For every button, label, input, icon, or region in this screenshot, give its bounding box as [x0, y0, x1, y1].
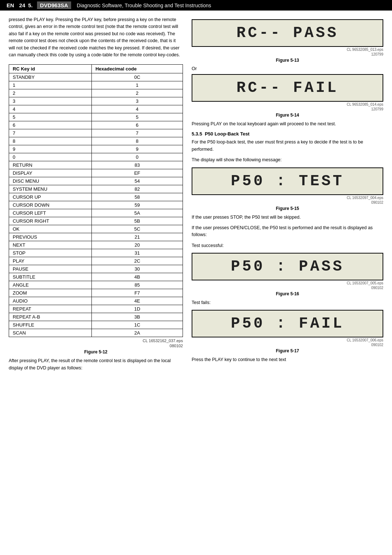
table-row: SHUFFLE1C: [9, 321, 183, 329]
table-row: NEXT20: [9, 241, 183, 249]
subsection-title-text: P50 Loop-Back Test: [205, 131, 249, 137]
lcd-p50-pass-text: P50 : PASS: [231, 258, 344, 275]
table-cell-key: PLAY: [9, 257, 92, 265]
figure-15-label: Figure 5-15: [192, 206, 383, 211]
table-cell-hex: 2A: [91, 329, 183, 337]
table-cell-hex: 2C: [91, 257, 183, 265]
table-row: 44: [9, 105, 183, 113]
table-row: CURSOR UP58: [9, 193, 183, 201]
lcd-pass-caption1: CL 96532085_013.eps: [192, 48, 383, 52]
table-row: CURSOR RIGHT5B: [9, 217, 183, 225]
table-row: RETURN83: [9, 161, 183, 169]
lcd-p50-fail-caption2: 090102: [192, 343, 383, 347]
lcd-p50-pass-caption1: CL 16532007_005.eps: [192, 281, 383, 285]
table-cell-hex: 0C: [91, 73, 183, 81]
table-cell-key: 7: [9, 129, 92, 137]
table-cell-hex: 83: [91, 161, 183, 169]
skip-text: If the user presses STOP, the P50 test w…: [192, 214, 383, 221]
table-row: OK5C: [9, 225, 183, 233]
table-row: PREVIOUS21: [9, 233, 183, 241]
table-cell-key: NEXT: [9, 241, 92, 249]
table-row: DISPLAYEF: [9, 169, 183, 177]
figure-14-label: Figure 5-14: [192, 113, 383, 118]
bottom-left-text: After pressing PLAY, the result of the r…: [9, 357, 183, 372]
table-cell-hex: 31: [91, 249, 183, 257]
table-header-key: RC Key id: [9, 65, 92, 73]
table-cell-hex: 4: [91, 105, 183, 113]
table-cell-hex: EF: [91, 169, 183, 177]
table-cell-key: STANDBY: [9, 73, 92, 81]
table-row: PLAY2C: [9, 257, 183, 265]
table-row: 66: [9, 121, 183, 129]
table-cell-hex: 0: [91, 153, 183, 161]
page-header: EN 24 5. DVD963SA Diagnostic Software, T…: [0, 0, 392, 11]
lcd-rc-pass: RC-- PASS: [192, 19, 383, 47]
table-cell-key: REPEAT A-B: [9, 313, 92, 321]
lcd-test-caption2: 090102: [192, 200, 383, 204]
header-title: Diagnostic Software, Trouble Shooting an…: [77, 3, 211, 8]
table-row: REPEAT1D: [9, 305, 183, 313]
table-row: STOP31: [9, 249, 183, 257]
main-content: pressed the PLAY key. Pressing the PLAY …: [0, 11, 392, 383]
table-cell-hex: 1D: [91, 305, 183, 313]
table-cell-key: 1: [9, 81, 92, 89]
table-row: 99: [9, 145, 183, 153]
lcd-fail-caption1: CL 96532085_014.eps: [192, 102, 383, 106]
table-cell-hex: 2: [91, 89, 183, 97]
table-cell-key: CURSOR DOWN: [9, 201, 92, 209]
table-cell-hex: 4E: [91, 297, 183, 305]
table-row: 22: [9, 89, 183, 97]
table-cell-hex: 3: [91, 97, 183, 105]
table-cell-key: CURSOR UP: [9, 193, 92, 201]
table-cell-key: SYSTEM MENU: [9, 185, 92, 193]
table-cell-hex: 5C: [91, 225, 183, 233]
table-cell-hex: 9: [91, 145, 183, 153]
table-cell-key: SCAN: [9, 329, 92, 337]
table-row: ZOOMF7: [9, 289, 183, 297]
table-caption-1: CL 16532162_037.eps: [9, 339, 183, 343]
test-fails-label: Test fails:: [192, 299, 383, 306]
lcd-p50-fail-caption1: CL 16532007_006.eps: [192, 338, 383, 342]
header-en: EN: [4, 1, 16, 9]
lcd-p50-test: P50 : TEST: [192, 167, 383, 195]
table-cell-key: CURSOR RIGHT: [9, 217, 92, 225]
table-row: 11: [9, 81, 183, 89]
table-cell-hex: 5A: [91, 209, 183, 217]
table-cell-hex: 1C: [91, 321, 183, 329]
table-cell-key: PAUSE: [9, 265, 92, 273]
left-column: pressed the PLAY key. Pressing the PLAY …: [9, 16, 183, 377]
lcd-p50-fail-text: P50 : FAIL: [231, 315, 344, 332]
subsection-number: 5.3.5: [192, 131, 202, 137]
table-cell-hex: 21: [91, 233, 183, 241]
table-header-hex: Hexadecimal code: [91, 65, 183, 73]
lcd-rc-fail: RC-- FAIL: [192, 74, 383, 102]
lcd-fail-caption2: 120799: [192, 107, 383, 111]
table-row: STANDBY0C: [9, 73, 183, 81]
table-row: PAUSE30: [9, 265, 183, 273]
table-cell-key: 9: [9, 145, 92, 153]
lcd-p50-test-text: P50 : TEST: [231, 173, 344, 190]
p50-intro: For the P50 loop-back test, the user mus…: [192, 139, 383, 153]
open-text: If the user presses OPEN/CLOSE, the P50 …: [192, 224, 383, 239]
table-cell-hex: 30: [91, 265, 183, 273]
table-cell-hex: 8: [91, 137, 183, 145]
table-row: 88: [9, 137, 183, 145]
table-row: CURSOR DOWN59: [9, 201, 183, 209]
lcd-pass-caption2: 120799: [192, 52, 383, 56]
continue-text: Press the PLAY key to continue to the ne…: [192, 356, 383, 363]
table-cell-hex: 59: [91, 201, 183, 209]
subsection-535: 5.3.5 P50 Loop-Back Test: [192, 131, 383, 137]
table-row: AUDIO4E: [9, 297, 183, 305]
table-cell-key: 2: [9, 89, 92, 97]
lcd-rc-pass-text: RC-- PASS: [237, 24, 339, 42]
table-cell-key: SUBTITLE: [9, 273, 92, 281]
intro-text: pressed the PLAY key. Pressing the PLAY …: [9, 16, 183, 58]
table-row: CURSOR LEFT5A: [9, 209, 183, 217]
test-successful-label: Test successful:: [192, 242, 383, 249]
table-cell-key: 5: [9, 113, 92, 121]
figure-17-label: Figure 5-17: [192, 348, 383, 353]
table-cell-hex: 7: [91, 129, 183, 137]
table-row: DISC MENU54: [9, 177, 183, 185]
table-row: ANGLE85: [9, 281, 183, 289]
table-cell-hex: 6: [91, 121, 183, 129]
